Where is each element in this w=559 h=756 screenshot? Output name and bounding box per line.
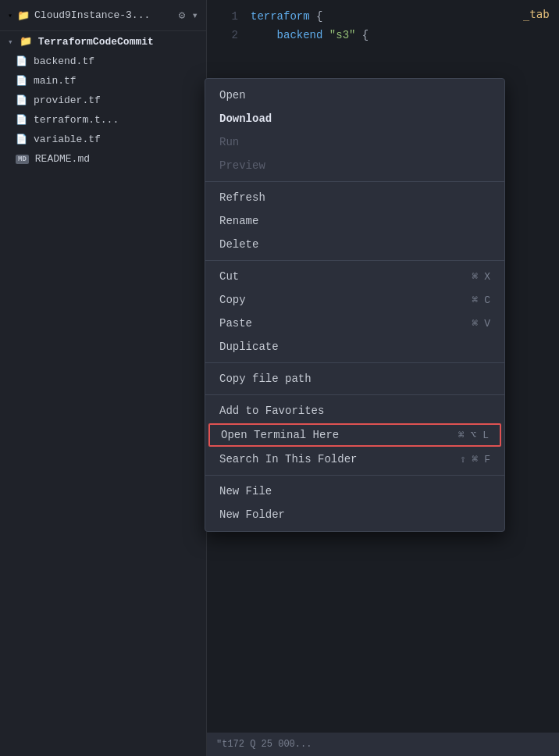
file-icon: 📄 bbox=[16, 134, 27, 145]
menu-item-new-folder[interactable]: New Folder bbox=[205, 503, 504, 526]
folder-item-terraform[interactable]: ▾ 📁 TerraformCodeCommit bbox=[0, 31, 206, 52]
file-name: provider.tf bbox=[34, 94, 101, 106]
line-code-2: backend "s3" { bbox=[251, 27, 369, 45]
separator-2 bbox=[205, 260, 504, 261]
menu-item-add-favorites[interactable]: Add to Favorites bbox=[205, 399, 504, 423]
sidebar-header: ▾ 📁 Cloud9Instance-3... ⚙ ▾ bbox=[0, 0, 206, 31]
chevron-folder-icon: ▾ bbox=[8, 37, 13, 47]
menu-label-delete: Delete bbox=[219, 238, 258, 251]
instance-title: Cloud9Instance-3... bbox=[34, 9, 150, 21]
menu-label-copy: Copy bbox=[219, 294, 246, 306]
status-bar: "t172 Q 25 000... bbox=[207, 733, 559, 756]
context-menu: Open Download Run Preview Refresh Rename… bbox=[205, 78, 505, 532]
md-badge: MD bbox=[16, 155, 29, 164]
file-item-terraform[interactable]: 📄 terraform.t... bbox=[0, 110, 206, 130]
menu-item-rename[interactable]: Rename bbox=[205, 209, 504, 233]
menu-label-paste: Paste bbox=[219, 317, 252, 330]
folder-icon-sm: 📁 bbox=[20, 35, 32, 48]
file-name: main.tf bbox=[34, 75, 77, 87]
file-name: variable.tf bbox=[34, 134, 101, 145]
status-text: "t172 Q 25 000... bbox=[216, 739, 312, 750]
menu-label-duplicate: Duplicate bbox=[219, 341, 279, 353]
separator-4 bbox=[205, 394, 504, 395]
file-item-variable[interactable]: 📄 variable.tf bbox=[0, 130, 206, 149]
menu-item-open-terminal[interactable]: Open Terminal Here ⌘ ⌥ L bbox=[208, 423, 501, 447]
line-number-1: 1 bbox=[223, 8, 238, 27]
shortcut-cut: ⌘ X bbox=[472, 270, 490, 283]
file-name: backend.tf bbox=[34, 55, 94, 67]
menu-label-new-folder: New Folder bbox=[219, 508, 285, 521]
chevron-icon: ▾ bbox=[8, 11, 12, 20]
menu-label-new-file: New File bbox=[219, 485, 272, 497]
folder-icon: 📁 bbox=[17, 9, 30, 22]
menu-item-search-folder[interactable]: Search In This Folder ⇧ ⌘ F bbox=[205, 448, 504, 471]
file-icon: 📄 bbox=[16, 114, 27, 126]
menu-label-open-terminal: Open Terminal Here bbox=[221, 429, 339, 441]
menu-item-copy-file-path[interactable]: Copy file path bbox=[205, 367, 504, 390]
menu-label-download: Download bbox=[219, 112, 272, 125]
menu-item-copy[interactable]: Copy ⌘ C bbox=[205, 288, 504, 312]
menu-label-cut: Cut bbox=[219, 270, 239, 283]
partial-code-right: _tab bbox=[523, 8, 559, 33]
separator-3 bbox=[205, 362, 504, 363]
menu-item-download[interactable]: Download bbox=[205, 107, 504, 130]
file-icon: 📄 bbox=[16, 75, 27, 87]
shortcut-open-terminal: ⌘ ⌥ L bbox=[458, 429, 489, 441]
menu-item-paste[interactable]: Paste ⌘ V bbox=[205, 312, 504, 335]
menu-item-new-file[interactable]: New File bbox=[205, 480, 504, 503]
separator-5 bbox=[205, 475, 504, 476]
shortcut-paste: ⌘ V bbox=[472, 317, 490, 330]
folder-label: TerraformCodeCommit bbox=[38, 36, 154, 48]
file-item-main[interactable]: 📄 main.tf bbox=[0, 71, 206, 91]
menu-item-preview: Preview bbox=[205, 154, 504, 177]
sidebar: ▾ 📁 Cloud9Instance-3... ⚙ ▾ ▾ 📁 Terrafor… bbox=[0, 0, 207, 756]
line-number-2: 2 bbox=[223, 27, 238, 45]
menu-item-refresh[interactable]: Refresh bbox=[205, 186, 504, 209]
menu-label-run: Run bbox=[219, 136, 239, 148]
menu-label-refresh: Refresh bbox=[219, 191, 265, 204]
menu-item-run: Run bbox=[205, 130, 504, 154]
file-name: terraform.t... bbox=[34, 114, 119, 126]
menu-label-copy-file-path: Copy file path bbox=[219, 373, 312, 385]
file-name: README.md bbox=[35, 153, 90, 165]
menu-label-rename: Rename bbox=[219, 215, 258, 227]
menu-label-search-folder: Search In This Folder bbox=[219, 453, 357, 465]
editor-line-2: 2 backend "s3" { bbox=[223, 27, 543, 45]
shortcut-search-folder: ⇧ ⌘ F bbox=[460, 453, 490, 465]
menu-item-delete[interactable]: Delete bbox=[205, 233, 504, 256]
line-code-1: terraform { bbox=[251, 8, 322, 27]
file-icon: 📄 bbox=[16, 94, 27, 106]
menu-item-cut[interactable]: Cut ⌘ X bbox=[205, 265, 504, 288]
shortcut-copy: ⌘ C bbox=[472, 294, 490, 306]
menu-item-open[interactable]: Open bbox=[205, 84, 504, 107]
gear-icon[interactable]: ⚙ ▾ bbox=[179, 9, 198, 22]
menu-label-open: Open bbox=[219, 89, 246, 102]
editor-line-1: 1 terraform { bbox=[223, 8, 543, 27]
file-item-backend[interactable]: 📄 backend.tf bbox=[0, 52, 206, 71]
menu-label-add-favorites: Add to Favorites bbox=[219, 405, 324, 417]
menu-label-preview: Preview bbox=[219, 159, 265, 172]
file-item-provider[interactable]: 📄 provider.tf bbox=[0, 91, 206, 110]
separator-1 bbox=[205, 181, 504, 182]
file-item-readme[interactable]: MD README.md bbox=[0, 149, 206, 169]
menu-item-duplicate[interactable]: Duplicate bbox=[205, 335, 504, 358]
file-icon: 📄 bbox=[16, 55, 27, 67]
